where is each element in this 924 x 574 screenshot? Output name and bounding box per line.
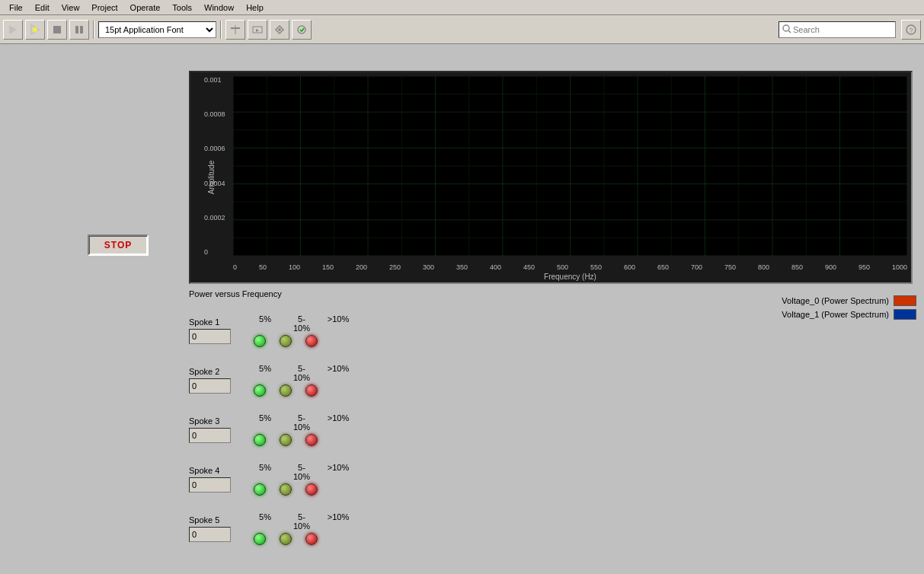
spoke-group-5: Spoke 5 [189,515,231,542]
led-5-10pct-2 [280,384,292,397]
toolbar-btn-5[interactable] [270,20,289,40]
y-label-5: 0.0002 [204,214,225,222]
x-axis-labels: 0 50 100 150 200 250 300 350 400 450 500… [233,263,907,271]
svg-rect-3 [53,26,61,33]
x-label-600: 600 [624,263,635,271]
x-label-50: 50 [259,263,267,271]
x-label-700: 700 [691,263,702,271]
y-label-6: 0 [204,248,225,256]
menubar: File Edit View Project Operate Tools Win… [0,0,924,15]
spoke-group-2: Spoke 2 [189,367,231,394]
svg-line-13 [788,30,791,33]
search-input[interactable] [793,25,892,34]
stop-button[interactable]: STOP [88,234,149,256]
ind-label-5-10pct-2: 5-10% [290,364,313,382]
spokes-area: Spoke 1 5% 5-10% >10% Spoke 2 [189,314,350,562]
chart-legend: Voltage_0 (Power Spectrum) Voltage_1 (Po… [782,295,916,320]
abort-button[interactable] [47,20,67,40]
toolbar-btn-3[interactable] [225,20,245,40]
pause-button[interactable] [69,20,89,40]
led-5-10pct-4 [280,483,292,496]
toolbar-btn-4[interactable] [248,20,267,40]
spoke-3-input[interactable] [189,428,231,443]
indicator-labels-2: 5% 5-10% >10% [254,364,350,382]
svg-point-10 [278,28,281,31]
spoke-group-1: Spoke 1 [189,317,231,344]
legend-label-0: Voltage_0 (Power Spectrum) [782,296,889,305]
spoke-2-label: Spoke 2 [189,367,231,376]
indicator-lights-4 [254,483,350,496]
led-5pct-1 [254,335,266,347]
run-button[interactable] [3,20,23,40]
x-label-500: 500 [557,263,568,271]
spoke-5-input[interactable] [189,527,231,542]
spoke-row-3: Spoke 3 5% 5-10% >10% [189,413,350,446]
menu-view[interactable]: View [56,2,86,14]
ind-label-5pct-2: 5% [254,364,277,382]
led-over10pct-3 [305,434,318,446]
led-5pct-2 [254,384,266,397]
indicators-1: 5% 5-10% >10% [254,314,350,347]
indicator-lights-3 [254,434,350,446]
menu-file[interactable]: File [3,2,29,14]
x-label-250: 250 [389,263,401,271]
indicators-4: 5% 5-10% >10% [254,463,350,496]
ind-label-over10pct-4: >10% [327,463,350,481]
x-label-400: 400 [490,263,501,271]
menu-window[interactable]: Window [198,2,240,14]
search-container [779,21,896,38]
svg-point-11 [298,26,305,33]
x-label-350: 350 [456,263,468,271]
y-label-1: 0.001 [204,76,225,84]
led-over10pct-2 [305,384,318,397]
legend-color-0 [894,295,916,306]
spoke-1-input[interactable] [189,329,231,344]
x-label-0: 0 [233,263,237,271]
toolbar: 15pt Application Font [0,15,924,44]
ind-label-5-10pct-4: 5-10% [290,463,313,481]
led-5-10pct-5 [280,533,292,545]
ind-label-over10pct-2: >10% [327,364,350,382]
highlight-run-button[interactable] [25,20,45,40]
menu-operate[interactable]: Operate [124,2,167,14]
separator-1 [93,21,94,39]
font-select[interactable]: 15pt Application Font [98,21,216,38]
menu-tools[interactable]: Tools [166,2,198,14]
legend-color-1 [894,309,916,320]
menu-edit[interactable]: Edit [29,2,56,14]
indicator-lights-2 [254,384,350,397]
svg-text:?: ? [909,27,913,34]
menu-project[interactable]: Project [85,2,123,14]
ind-label-over10pct-3: >10% [327,413,350,432]
spoke-2-input[interactable] [189,378,231,394]
svg-marker-0 [9,25,17,34]
indicators-2: 5% 5-10% >10% [254,364,350,397]
svg-point-2 [33,27,37,32]
legend-label-1: Voltage_1 (Power Spectrum) [782,310,889,319]
menu-help[interactable]: Help [240,2,270,14]
led-5pct-5 [254,533,266,545]
plot-area [233,76,907,256]
chart-inner: Amplitude 0.001 0.0008 0.0006 0.0004 0.0… [190,72,911,282]
legend-item-0: Voltage_0 (Power Spectrum) [782,295,916,306]
ind-label-5-10pct-1: 5-10% [290,314,313,333]
svg-marker-9 [256,29,259,32]
toolbar-btn-6[interactable] [292,20,312,40]
spoke-group-4: Spoke 4 [189,466,231,493]
indicators-5: 5% 5-10% >10% [254,512,350,545]
spoke-row-1: Spoke 1 5% 5-10% >10% [189,314,350,347]
led-5pct-3 [254,434,266,446]
x-label-450: 450 [523,263,535,271]
spoke-row-2: Spoke 2 5% 5-10% >10% [189,364,350,397]
led-5-10pct-3 [280,434,292,446]
help-button[interactable]: ? [901,20,921,40]
main-area: STOP Amplitude 0.001 0.0008 0.0006 0.000… [0,44,924,574]
x-label-750: 750 [724,263,736,271]
spoke-3-label: Spoke 3 [189,416,231,426]
indicator-labels-4: 5% 5-10% >10% [254,463,350,481]
led-over10pct-4 [305,483,318,496]
x-label-550: 550 [590,263,602,271]
spoke-4-input[interactable] [189,477,231,493]
legend-item-1: Voltage_1 (Power Spectrum) [782,309,916,320]
ind-label-5-10pct-5: 5-10% [290,512,313,531]
